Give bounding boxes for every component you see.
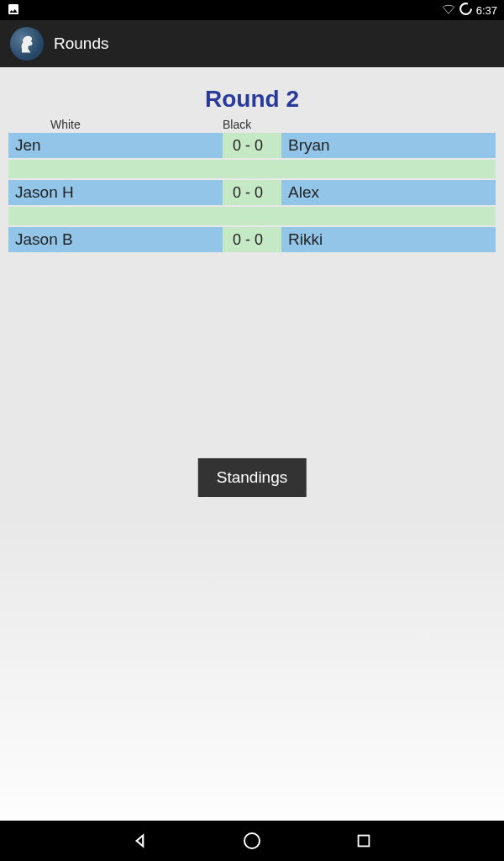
svg-point-1 xyxy=(244,833,260,848)
status-bar: 6:37 xyxy=(0,0,504,20)
page-title: Rounds xyxy=(54,34,109,53)
content-area: Round 2 White Black Jen 0 - 0 Bryan Jaso… xyxy=(0,67,504,821)
notification-icon xyxy=(7,3,20,18)
black-header: Black xyxy=(223,118,273,131)
loading-icon xyxy=(459,2,473,18)
pairings-table: Jen 0 - 0 Bryan Jason H 0 - 0 Alex Jason… xyxy=(0,133,504,252)
gap-row xyxy=(8,207,496,225)
wifi-icon xyxy=(442,3,455,18)
score: 0 - 0 xyxy=(223,180,273,205)
svg-point-0 xyxy=(460,3,471,14)
status-time: 6:37 xyxy=(476,4,497,17)
back-button[interactable] xyxy=(129,829,152,853)
match-row[interactable]: Jason H 0 - 0 Alex xyxy=(8,180,496,205)
match-row[interactable]: Jason B 0 - 0 Rikki xyxy=(8,227,496,252)
white-player: Jason H xyxy=(8,180,223,205)
navigation-bar xyxy=(0,821,504,861)
app-icon[interactable] xyxy=(10,27,44,61)
black-player: Bryan xyxy=(281,133,496,158)
black-player: Rikki xyxy=(281,227,496,252)
recent-button[interactable] xyxy=(352,829,375,853)
black-player: Alex xyxy=(281,180,496,205)
white-player: Jason B xyxy=(8,227,223,252)
home-button[interactable] xyxy=(240,829,264,853)
standings-button[interactable]: Standings xyxy=(198,458,307,497)
action-bar: Rounds xyxy=(0,20,504,67)
gap-row xyxy=(8,160,496,178)
score: 0 - 0 xyxy=(223,133,273,158)
score: 0 - 0 xyxy=(223,227,273,252)
column-headers: White Black xyxy=(0,118,504,131)
match-row[interactable]: Jen 0 - 0 Bryan xyxy=(8,133,496,158)
round-title: Round 2 xyxy=(0,86,504,113)
white-header: White xyxy=(8,118,223,131)
svg-rect-2 xyxy=(359,836,370,847)
white-player: Jen xyxy=(8,133,223,158)
